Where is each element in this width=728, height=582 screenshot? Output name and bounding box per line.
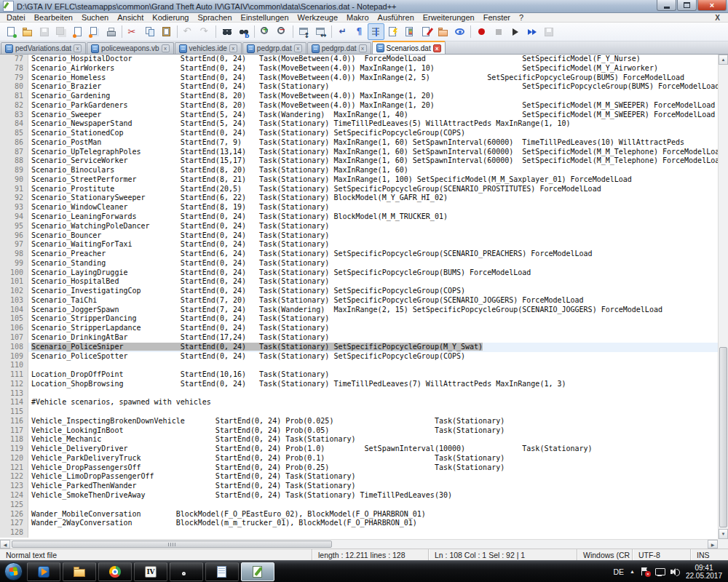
editor-line[interactable]: 79Scenario_Homeless StartEnd(0, 24) Task…	[0, 73, 718, 83]
editor-line[interactable]: 106Scenario_StripperLapdance StartEnd(0,…	[0, 324, 718, 333]
tab-close-icon[interactable]: x	[229, 44, 237, 52]
scroll-left-arrow-icon[interactable]: ◀	[0, 540, 10, 549]
run-macro-multiple-button[interactable]	[523, 23, 540, 40]
editor-line[interactable]: 77Scenario_HospitalDoctor StartEnd(0, 24…	[0, 55, 718, 64]
language-indicator[interactable]: DE	[613, 567, 624, 576]
open-file-button[interactable]	[19, 23, 36, 40]
editor-line[interactable]: 112Location_ShopBrowsing StartEnd(0, 24)…	[0, 380, 718, 389]
show-hidden-icons-icon[interactable]: ▲	[630, 569, 635, 574]
editor-line[interactable]: 82Scenario_ParkGardeners StartEnd(8, 20)…	[0, 101, 718, 111]
editor-line[interactable]: 96Scenario_Bouncer StartEnd(0, 24) Task(…	[0, 231, 718, 241]
editor-line[interactable]: 87Scenario_UpTelegraphPoles StartEnd(13,…	[0, 148, 718, 157]
action-center-flag-icon[interactable]: ×	[641, 567, 649, 576]
editor-line[interactable]: 124Vehicle_SmokeThenDriveAway StartEnd(0…	[0, 491, 718, 501]
editor-line[interactable]: 120Vehicle_ParkDeliveryTruck StartEnd(0,…	[0, 454, 718, 463]
editor-line-text[interactable]: Scenario_WaitingForTaxi StartEnd(0, 24) …	[28, 240, 718, 250]
editor-line-text[interactable]: Scenario_ServiceWorker StartEnd(15,17) T…	[28, 156, 718, 166]
editor-line-text[interactable]: Scenario_UpTelegraphPoles StartEnd(13,14…	[28, 148, 718, 157]
editor-line-text[interactable]: Scenario_JoggerSpawn StartEnd(7, 24) Tas…	[28, 306, 718, 315]
play-macro-button[interactable]	[507, 23, 523, 40]
editor-line-text[interactable]: Scenario_PostMan StartEnd(7, 9) Task(Sta…	[28, 138, 718, 148]
editor-line[interactable]: 88Scenario_ServiceWorker StartEnd(15,17)…	[0, 156, 718, 166]
editor-line-text[interactable]: Scenario_TaiChi StartEnd(7, 20) Task(Sta…	[28, 296, 718, 306]
close-all-button[interactable]	[86, 23, 103, 40]
editor-line-text[interactable]: Scenario_Brazier StartEnd(0, 24) Task(St…	[28, 82, 718, 92]
menu-item-einstellungen[interactable]: Einstellungen	[237, 13, 293, 23]
editor-line[interactable]: 119Vehicle_DeliveryDriver StartEnd(0, 24…	[0, 445, 718, 454]
tab-pedvariations-dat[interactable]: pedVariations.datx	[1, 42, 86, 54]
tab-pedgrp-dat[interactable]: pedgrp.datx	[242, 42, 306, 54]
editor-line[interactable]: 89Scenario_Binoculars StartEnd(8, 20) Ta…	[0, 166, 718, 175]
clock[interactable]: 09:41 22.05.2017	[686, 564, 725, 580]
editor-line[interactable]: 92Scenario_StationarySweeper StartEnd(6,…	[0, 194, 718, 203]
copy-button[interactable]	[141, 23, 158, 40]
close-document-icon[interactable]: X	[709, 14, 726, 22]
editor-line-text[interactable]: Scenario_Sweeper StartEnd(5, 24) Task(Wa…	[28, 111, 718, 120]
editor-line[interactable]: 122Vehicle_LimoDropPassengerOff StartEnd…	[0, 472, 718, 482]
editor-line[interactable]: 126Wander_MobileConversation BlockModel(…	[0, 510, 718, 519]
vertical-scrollbar[interactable]: ▲ ▼	[718, 55, 728, 539]
editor-line[interactable]: 123Vehicle_ParkedThenWander StartEnd(0, …	[0, 482, 718, 491]
editor-line[interactable]: 98Scenario_Preacher StartEnd(6, 24) Task…	[0, 250, 718, 259]
editor-line-text[interactable]: Scenario_LayingDruggie StartEnd(0, 24) T…	[28, 268, 718, 278]
show-all-characters-button[interactable]	[351, 23, 368, 40]
editor-line-text[interactable]: Scenario_Prostitute StartEnd(20,5) Task(…	[28, 185, 718, 194]
document-map-button[interactable]	[401, 23, 418, 40]
editor-line-text[interactable]: Vehicle_ParkedThenWander StartEnd(0, 24)…	[28, 482, 718, 491]
zoom-out-button[interactable]	[274, 23, 290, 40]
zoom-in-button[interactable]	[257, 23, 274, 40]
print-button[interactable]	[103, 23, 119, 40]
editor-line[interactable]: 127Wander_2WayConversation BlockModel(m_…	[0, 519, 718, 528]
editor-line[interactable]: 105Scenario_StripperDancing StartEnd(0, …	[0, 314, 718, 324]
menu-item-kodierung[interactable]: Kodierung	[148, 13, 193, 23]
editor-line-text[interactable]: Scenario_AirWorkers StartEnd(0, 24) Task…	[28, 64, 718, 73]
editor-line[interactable]: 86Scenario_PostMan StartEnd(7, 9) Task(S…	[0, 138, 718, 148]
view-monitoring-button[interactable]	[451, 23, 468, 40]
editor-line-text[interactable]: #Vehicle scenarios, spawned with vehicle…	[28, 398, 718, 407]
volume-icon[interactable]	[670, 567, 680, 576]
editor-line[interactable]: 100Scenario_LayingDruggie StartEnd(0, 24…	[0, 268, 718, 278]
close-file-button[interactable]	[69, 23, 86, 40]
close-button[interactable]: ×	[697, 0, 727, 11]
editor-line-text[interactable]: Scenario_Preacher StartEnd(6, 24) Task(S…	[28, 250, 718, 259]
editor-line[interactable]: 109Scenario_PoliceSpotter StartEnd(0, 24…	[0, 352, 718, 362]
editor-line-text[interactable]: Vehicle_SmokeThenDriveAway StartEnd(0, 2…	[28, 491, 718, 501]
status-insert-mode[interactable]: INS	[690, 549, 728, 560]
editor-line-text[interactable]: Scenario_StationarySweeper StartEnd(6, 2…	[28, 194, 718, 203]
menu-item-erweiterungen[interactable]: Erweiterungen	[419, 13, 479, 23]
taskbar-app-google-chrome[interactable]	[98, 562, 132, 581]
editor-line-text[interactable]: Scenario_HospitalDoctor StartEnd(0, 24) …	[28, 55, 718, 64]
editor-line-text[interactable]: Vehicle_Mechanic StartEnd(0, 24) Task(St…	[28, 435, 718, 445]
editor-line[interactable]: 93Scenario_WindowCleaner StartEnd(8, 19)…	[0, 203, 718, 212]
editor-line-text[interactable]: Scenario_PoliceSpotter StartEnd(0, 24) T…	[28, 352, 718, 362]
editor-line[interactable]: 80Scenario_Brazier StartEnd(0, 24) Task(…	[0, 82, 718, 92]
menu-item-werkzeuge[interactable]: Werkzeuge	[293, 13, 342, 23]
cut-button[interactable]	[124, 23, 141, 40]
editor-line[interactable]: 83Scenario_Sweeper StartEnd(5, 24) Task(…	[0, 111, 718, 120]
horizontal-scroll-thumb[interactable]	[12, 541, 332, 548]
editor-line-text[interactable]: Scenario_StationedCop StartEnd(0, 24) Ta…	[28, 129, 718, 138]
editor-line-text[interactable]: Vehicle_LimoDropPassengerOff StartEnd(0,…	[28, 472, 718, 482]
editor-line[interactable]: 85Scenario_StationedCop StartEnd(0, 24) …	[0, 129, 718, 138]
find-button[interactable]	[218, 23, 235, 40]
editor-line-text[interactable]	[28, 389, 718, 399]
editor-line-text[interactable]: Vehicle_ParkDeliveryTruck StartEnd(0, 24…	[28, 454, 718, 463]
editor-line-text[interactable]: Vehicle_InspectingBrokenDownVehicle Star…	[28, 417, 718, 426]
editor-line[interactable]: 128	[0, 528, 718, 538]
maximize-button[interactable]	[677, 0, 697, 11]
editor-line[interactable]: 78Scenario_AirWorkers StartEnd(0, 24) Ta…	[0, 64, 718, 73]
editor-line[interactable]: 116Vehicle_InspectingBrokenDownVehicle S…	[0, 417, 718, 426]
tab-scenarios-dat[interactable]: Scenarios.datx	[372, 41, 446, 54]
menu-item-makro[interactable]: Makro	[342, 13, 373, 23]
editor-line-text[interactable]	[28, 528, 718, 538]
editor-line[interactable]: 102Scenario_InvestigatingCop StartEnd(0,…	[0, 287, 718, 296]
start-button[interactable]	[4, 562, 23, 581]
taskbar-app-windows-media-player[interactable]	[27, 562, 60, 581]
editor-line-text[interactable]: Scenario_Standing StartEnd(0, 24) Task(S…	[28, 259, 718, 268]
horizontal-scrollbar[interactable]: ◀ ▶	[0, 539, 718, 549]
status-eol-format[interactable]: Windows (CR LF)	[577, 549, 632, 560]
editor-line-text[interactable]: Scenario_DrinkingAtBar StartEnd(17,24) T…	[28, 333, 718, 343]
editor-line-text[interactable]: Location_DropOffPoint StartEnd(10,16) Ta…	[28, 370, 718, 380]
editor-line[interactable]: 94Scenario_LeaningForwards StartEnd(0, 2…	[0, 212, 718, 222]
menu-item-fenster[interactable]: Fenster	[479, 13, 515, 23]
